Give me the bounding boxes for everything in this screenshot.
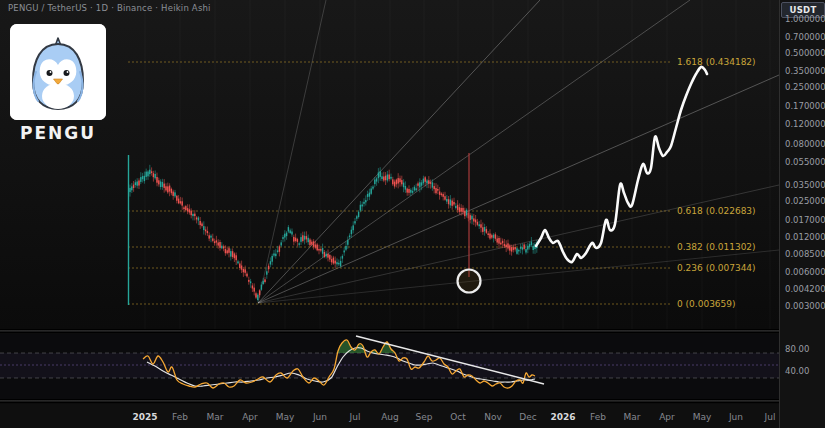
- time-axis-label: Sep: [416, 412, 433, 422]
- candle-body: [482, 227, 483, 232]
- candle-body: [470, 215, 471, 220]
- candle-body: [317, 245, 318, 251]
- price-tick-label: 0.080000: [785, 139, 825, 149]
- time-axis-label: Nov: [484, 412, 502, 422]
- penguin-right-eye-glint: [67, 71, 69, 73]
- candle-body: [416, 188, 417, 190]
- candle-body: [439, 192, 440, 195]
- candle-body: [414, 187, 415, 191]
- candle-body: [277, 250, 278, 252]
- candle-body: [461, 208, 462, 212]
- candle-body: [264, 279, 265, 282]
- candle-body: [164, 184, 165, 188]
- candle-body: [158, 180, 159, 184]
- candle-body: [405, 186, 406, 190]
- rsi-indicator-pane[interactable]: [0, 334, 779, 399]
- candle-body: [290, 230, 291, 233]
- candle-body: [133, 185, 134, 188]
- candle-body: [300, 237, 301, 242]
- main-chart-pane[interactable]: [0, 0, 779, 329]
- candle-body: [216, 240, 217, 242]
- candle-body: [363, 202, 364, 204]
- candle-body: [315, 245, 316, 248]
- candle-body: [520, 247, 521, 249]
- candle-body: [428, 180, 429, 184]
- candle-body: [180, 201, 181, 203]
- candle-body: [446, 199, 447, 202]
- candle-body: [129, 188, 130, 192]
- candle-body: [466, 210, 467, 216]
- candle-body: [173, 192, 174, 196]
- symbol-title[interactable]: PENGU / TetherUS · 1D · Binance · Heikin…: [8, 3, 211, 13]
- pane-separator-2[interactable]: [0, 399, 779, 403]
- candle-body: [493, 235, 494, 238]
- candle-body: [426, 181, 427, 184]
- candle-body: [342, 256, 343, 259]
- candle-body: [178, 199, 179, 204]
- candle-body: [525, 249, 526, 252]
- candle-body: [500, 243, 501, 245]
- candle-body: [430, 182, 431, 184]
- candle-body: [354, 221, 355, 223]
- price-tick-label: 0.700000: [785, 32, 825, 42]
- candle-body: [336, 262, 337, 264]
- candle-body: [322, 248, 323, 254]
- time-axis-label: Jun: [313, 412, 327, 422]
- candle-body: [266, 271, 267, 274]
- candle-body: [389, 175, 390, 180]
- candle-body: [374, 180, 375, 185]
- candle-body: [417, 183, 418, 185]
- candle-body: [236, 255, 237, 260]
- candle-body: [246, 274, 247, 277]
- pane-separator[interactable]: [0, 329, 779, 333]
- candle-body: [182, 201, 183, 205]
- price-tick-label: 0.250000: [785, 82, 825, 92]
- candle-body: [318, 249, 319, 251]
- candle-body: [443, 194, 444, 197]
- candle-body: [338, 263, 339, 265]
- candle-body: [491, 235, 492, 237]
- candle-body: [146, 172, 147, 177]
- candle-body: [214, 241, 215, 243]
- candle-body: [383, 177, 384, 181]
- candle-body: [203, 226, 204, 230]
- price-tick-label: 0.012000: [785, 232, 825, 242]
- candle-body: [228, 248, 229, 253]
- time-axis-label: Mar: [207, 412, 224, 422]
- indicator-tick-label: 80.00: [785, 344, 809, 354]
- candle-body: [513, 247, 514, 250]
- candle-body: [218, 243, 219, 246]
- candle-body: [279, 246, 280, 252]
- candle-body: [252, 286, 253, 289]
- price-tick-label: 1.000000: [785, 14, 825, 24]
- candle-body: [288, 227, 289, 231]
- candle-body: [471, 216, 472, 220]
- candle-body: [261, 285, 262, 290]
- price-tick-label: 0.025000: [785, 196, 825, 206]
- candle-body: [254, 288, 255, 292]
- time-axis-label: Dec: [519, 412, 536, 422]
- candle-body: [378, 173, 379, 179]
- candle-body: [171, 189, 172, 193]
- candle-body: [281, 242, 282, 245]
- candle-body: [309, 240, 310, 246]
- crash-low-circle-annotation[interactable]: [458, 270, 481, 293]
- price-tick-label: 0.006000: [785, 267, 825, 277]
- candle-body: [531, 242, 532, 246]
- candle-body: [527, 246, 528, 250]
- candle-body: [516, 248, 517, 254]
- candle-body: [144, 176, 145, 181]
- candle-body: [196, 218, 197, 220]
- time-axis-label: Oct: [450, 412, 466, 422]
- candle-body: [423, 179, 424, 184]
- candle-body: [410, 190, 411, 193]
- price-axis[interactable]: USDT 1.0000000.7000000.5000000.3500000.2…: [779, 0, 825, 428]
- candle-body: [432, 182, 433, 187]
- candle-body: [448, 199, 449, 204]
- candle-body: [437, 189, 438, 191]
- candle-body: [234, 254, 235, 259]
- candle-body: [506, 245, 507, 248]
- candle-body: [223, 246, 224, 248]
- time-axis-label: Feb: [172, 412, 188, 422]
- time-axis[interactable]: 2025FebMarAprMayJunJulAugSepOctNovDec202…: [0, 404, 779, 428]
